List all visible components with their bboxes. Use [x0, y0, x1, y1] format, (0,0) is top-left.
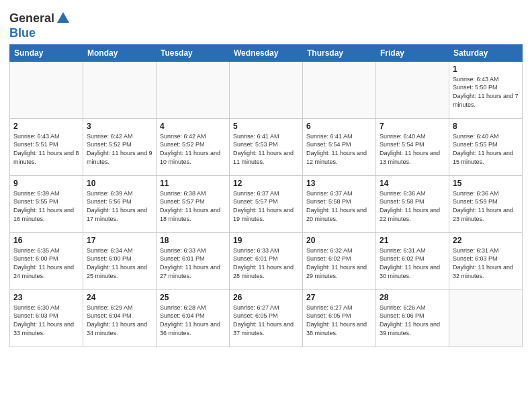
day-info: Sunrise: 6:29 AMSunset: 6:04 PMDaylight:… [87, 304, 152, 337]
calendar-cell: 27Sunrise: 6:27 AMSunset: 6:05 PMDayligh… [303, 289, 376, 347]
day-info: Sunrise: 6:43 AMSunset: 5:51 PMDaylight:… [13, 132, 79, 166]
calendar-cell: 14Sunrise: 6:36 AMSunset: 5:58 PMDayligh… [376, 175, 449, 232]
day-number: 21 [380, 236, 445, 245]
calendar-cell: 8Sunrise: 6:40 AMSunset: 5:55 PMDaylight… [449, 118, 523, 175]
weekday-header-wednesday: Wednesday [230, 44, 303, 61]
svg-marker-0 [57, 12, 69, 23]
calendar-cell: 13Sunrise: 6:37 AMSunset: 5:58 PMDayligh… [303, 175, 376, 232]
day-info: Sunrise: 6:33 AMSunset: 6:01 PMDaylight:… [160, 246, 226, 280]
calendar-cell: 3Sunrise: 6:42 AMSunset: 5:52 PMDaylight… [83, 118, 157, 175]
weekday-header-friday: Friday [376, 44, 449, 61]
header: General Blue [9, 7, 523, 40]
day-number: 22 [453, 236, 519, 245]
weekday-header-row: SundayMondayTuesdayWednesdayThursdayFrid… [10, 44, 523, 61]
calendar-cell: 4Sunrise: 6:42 AMSunset: 5:52 PMDaylight… [157, 118, 230, 175]
day-info: Sunrise: 6:39 AMSunset: 5:55 PMDaylight:… [13, 189, 79, 223]
day-number: 28 [380, 293, 445, 302]
day-number: 16 [13, 236, 79, 245]
day-number: 5 [233, 122, 299, 131]
day-number: 14 [380, 179, 445, 188]
calendar-cell: 25Sunrise: 6:28 AMSunset: 6:04 PMDayligh… [157, 289, 230, 347]
calendar-cell: 12Sunrise: 6:37 AMSunset: 5:57 PMDayligh… [230, 175, 303, 232]
day-number: 8 [453, 122, 519, 131]
day-number: 19 [233, 236, 299, 245]
calendar-cell: 1Sunrise: 6:43 AMSunset: 5:50 PMDaylight… [449, 61, 523, 118]
day-info: Sunrise: 6:31 AMSunset: 6:03 PMDaylight:… [453, 246, 519, 280]
day-number: 11 [160, 179, 226, 188]
day-number: 3 [87, 122, 152, 131]
day-number: 26 [233, 293, 299, 302]
day-number: 15 [453, 179, 519, 188]
calendar-cell: 17Sunrise: 6:34 AMSunset: 6:00 PMDayligh… [83, 232, 157, 289]
day-info: Sunrise: 6:33 AMSunset: 6:01 PMDaylight:… [233, 246, 299, 280]
day-number: 10 [87, 179, 152, 188]
day-info: Sunrise: 6:36 AMSunset: 5:59 PMDaylight:… [453, 189, 519, 223]
calendar-cell [10, 61, 83, 118]
day-info: Sunrise: 6:41 AMSunset: 5:53 PMDaylight:… [233, 132, 299, 166]
day-number: 1 [453, 64, 519, 74]
day-info: Sunrise: 6:31 AMSunset: 6:02 PMDaylight:… [380, 246, 445, 280]
weekday-header-monday: Monday [83, 44, 157, 61]
day-info: Sunrise: 6:36 AMSunset: 5:58 PMDaylight:… [380, 189, 445, 223]
calendar-cell: 22Sunrise: 6:31 AMSunset: 6:03 PMDayligh… [449, 232, 523, 289]
calendar-cell: 26Sunrise: 6:27 AMSunset: 6:05 PMDayligh… [230, 289, 303, 347]
day-info: Sunrise: 6:43 AMSunset: 5:50 PMDaylight:… [453, 75, 519, 109]
day-info: Sunrise: 6:42 AMSunset: 5:52 PMDaylight:… [87, 132, 152, 166]
calendar-cell: 2Sunrise: 6:43 AMSunset: 5:51 PMDaylight… [10, 118, 83, 175]
day-number: 4 [160, 122, 226, 131]
day-info: Sunrise: 6:34 AMSunset: 6:00 PMDaylight:… [87, 246, 152, 280]
calendar-cell [449, 289, 523, 347]
day-number: 27 [306, 293, 372, 302]
calendar-cell: 7Sunrise: 6:40 AMSunset: 5:54 PMDaylight… [376, 118, 449, 175]
logo: General Blue [9, 11, 71, 40]
day-info: Sunrise: 6:37 AMSunset: 5:57 PMDaylight:… [233, 189, 299, 223]
day-number: 9 [13, 179, 79, 188]
day-number: 23 [13, 293, 79, 302]
day-number: 12 [233, 179, 299, 188]
page: General Blue SundayMondayTuesdayWednesda… [0, 0, 532, 411]
day-info: Sunrise: 6:41 AMSunset: 5:54 PMDaylight:… [306, 132, 372, 166]
logo-icon [56, 11, 71, 26]
weekday-header-thursday: Thursday [303, 44, 376, 61]
day-number: 2 [13, 122, 79, 131]
day-info: Sunrise: 6:37 AMSunset: 5:58 PMDaylight:… [306, 189, 372, 223]
calendar-cell [376, 61, 449, 118]
calendar-cell: 23Sunrise: 6:30 AMSunset: 6:03 PMDayligh… [10, 289, 83, 347]
calendar-week-row: 2Sunrise: 6:43 AMSunset: 5:51 PMDaylight… [10, 118, 523, 175]
day-number: 24 [87, 293, 152, 302]
day-info: Sunrise: 6:27 AMSunset: 6:05 PMDaylight:… [306, 304, 372, 337]
day-number: 20 [306, 236, 372, 245]
day-info: Sunrise: 6:30 AMSunset: 6:03 PMDaylight:… [13, 304, 79, 337]
calendar-cell [157, 61, 230, 118]
calendar-cell [303, 61, 376, 118]
day-info: Sunrise: 6:32 AMSunset: 6:02 PMDaylight:… [306, 246, 372, 280]
calendar-cell: 16Sunrise: 6:35 AMSunset: 6:00 PMDayligh… [10, 232, 83, 289]
calendar-cell: 15Sunrise: 6:36 AMSunset: 5:59 PMDayligh… [449, 175, 523, 232]
calendar-cell: 21Sunrise: 6:31 AMSunset: 6:02 PMDayligh… [376, 232, 449, 289]
day-info: Sunrise: 6:38 AMSunset: 5:57 PMDaylight:… [160, 189, 226, 223]
calendar-week-row: 9Sunrise: 6:39 AMSunset: 5:55 PMDaylight… [10, 175, 523, 232]
calendar-cell: 9Sunrise: 6:39 AMSunset: 5:55 PMDaylight… [10, 175, 83, 232]
day-number: 18 [160, 236, 226, 245]
calendar-cell: 24Sunrise: 6:29 AMSunset: 6:04 PMDayligh… [83, 289, 157, 347]
calendar-cell: 10Sunrise: 6:39 AMSunset: 5:56 PMDayligh… [83, 175, 157, 232]
day-info: Sunrise: 6:28 AMSunset: 6:04 PMDaylight:… [160, 304, 226, 337]
day-info: Sunrise: 6:35 AMSunset: 6:00 PMDaylight:… [13, 246, 79, 280]
day-info: Sunrise: 6:27 AMSunset: 6:05 PMDaylight:… [233, 304, 299, 337]
calendar-week-row: 23Sunrise: 6:30 AMSunset: 6:03 PMDayligh… [10, 289, 523, 347]
day-info: Sunrise: 6:26 AMSunset: 6:06 PMDaylight:… [380, 304, 445, 337]
calendar-cell: 28Sunrise: 6:26 AMSunset: 6:06 PMDayligh… [376, 289, 449, 347]
calendar-cell: 11Sunrise: 6:38 AMSunset: 5:57 PMDayligh… [157, 175, 230, 232]
logo-blue-text: Blue [9, 26, 36, 40]
weekday-header-tuesday: Tuesday [157, 44, 230, 61]
day-info: Sunrise: 6:39 AMSunset: 5:56 PMDaylight:… [87, 189, 152, 223]
day-number: 13 [306, 179, 372, 188]
day-info: Sunrise: 6:40 AMSunset: 5:55 PMDaylight:… [453, 132, 519, 166]
calendar-cell: 6Sunrise: 6:41 AMSunset: 5:54 PMDaylight… [303, 118, 376, 175]
day-info: Sunrise: 6:42 AMSunset: 5:52 PMDaylight:… [160, 132, 226, 166]
day-number: 17 [87, 236, 152, 245]
day-number: 25 [160, 293, 226, 302]
calendar-cell: 18Sunrise: 6:33 AMSunset: 6:01 PMDayligh… [157, 232, 230, 289]
calendar-cell: 20Sunrise: 6:32 AMSunset: 6:02 PMDayligh… [303, 232, 376, 289]
weekday-header-sunday: Sunday [10, 44, 83, 61]
